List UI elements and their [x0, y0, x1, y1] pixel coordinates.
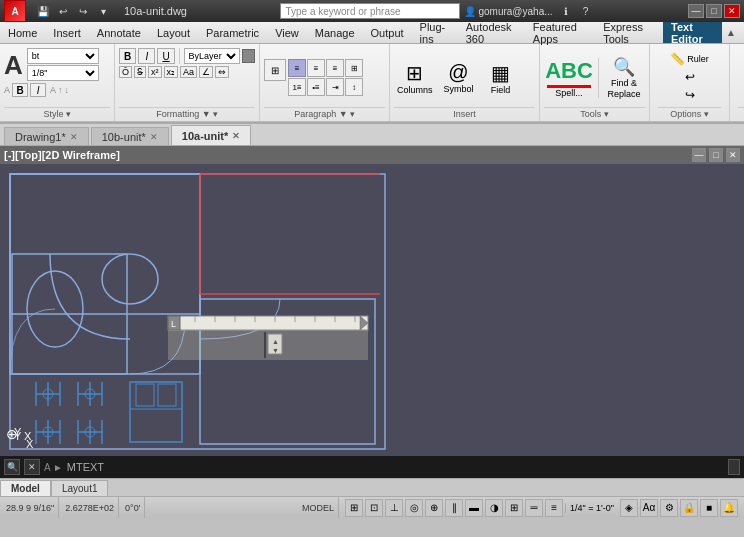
menu-featured[interactable]: Featured Apps	[525, 22, 595, 43]
close-tab-10b[interactable]: ✕	[150, 132, 158, 142]
fmt-tracking[interactable]: ⇔	[215, 66, 229, 78]
fmt-underline[interactable]: U	[157, 48, 174, 64]
hardware-icon[interactable]: ■	[700, 499, 718, 517]
menu-annotate[interactable]: Annotate	[89, 22, 149, 43]
viewport-restore[interactable]: □	[709, 148, 723, 162]
menu-texteditor[interactable]: Text Editor	[663, 22, 722, 43]
maximize-btn[interactable]: □	[706, 4, 722, 18]
ortho-icon[interactable]: ⊥	[385, 499, 403, 517]
qs-icon[interactable]: ≡	[545, 499, 563, 517]
distribute-btn[interactable]: ⊞	[345, 59, 363, 77]
qa-save[interactable]: 💾	[34, 2, 52, 20]
fmt-superscript[interactable]: x²	[148, 66, 162, 78]
style-selects: bt 1/8"	[27, 48, 99, 81]
numbering-btn[interactable]: 1≡	[288, 78, 306, 96]
lineweight-icon[interactable]: ▬	[465, 499, 483, 517]
snap-icon[interactable]: ⊞	[345, 499, 363, 517]
quick-access-bar: 💾 ↩ ↪ ▾	[30, 1, 116, 21]
close-btn[interactable]: ✕	[724, 4, 740, 18]
ruler-toggle[interactable]: 📏 Ruler	[670, 52, 709, 66]
color-select[interactable]: ByLayer	[184, 48, 240, 64]
qa-redo[interactable]: ↪	[74, 2, 92, 20]
fmt-overline[interactable]: Ō	[119, 66, 132, 78]
para-expand[interactable]: ▾	[350, 109, 355, 119]
close-tab-10a[interactable]: ✕	[232, 131, 240, 141]
bold-btn[interactable]: B	[12, 83, 28, 97]
viewport-close[interactable]: ✕	[726, 148, 740, 162]
cmd-scrollbar[interactable]	[728, 459, 740, 475]
search-bar[interactable]: Type a keyword or phrase	[280, 3, 460, 19]
undo-btn[interactable]: ↩	[685, 70, 695, 84]
cmd-search-btn[interactable]: 🔍	[4, 459, 20, 475]
menu-plugins[interactable]: Plug-ins	[412, 22, 458, 43]
menu-view[interactable]: View	[267, 22, 307, 43]
close-editor-btn[interactable]: ✕ Close	[737, 54, 744, 100]
menu-insert[interactable]: Insert	[45, 22, 89, 43]
style-expand[interactable]: ▾	[66, 109, 71, 119]
field-btn[interactable]: ▦ Field	[482, 58, 520, 98]
find-replace-btn[interactable]: 🔍 Find &Replace	[603, 53, 645, 103]
fmt-bold[interactable]: B	[119, 48, 136, 64]
menu-autodesk360[interactable]: Autodesk 360	[458, 22, 525, 43]
transparency-icon[interactable]: ◑	[485, 499, 503, 517]
menu-output[interactable]: Output	[363, 22, 412, 43]
linewidth-icon[interactable]: ═	[525, 499, 543, 517]
symbol-btn[interactable]: @ Symbol	[440, 58, 478, 97]
info-btn[interactable]: ℹ	[557, 2, 575, 20]
doc-tab-10a[interactable]: 10a-unit* ✕	[171, 125, 251, 145]
status-elevation: 2.6278E+02	[61, 497, 119, 518]
close-tab-drawing1[interactable]: ✕	[70, 132, 78, 142]
vp-scale-icon[interactable]: ◈	[620, 499, 638, 517]
color-swatch[interactable]	[242, 49, 255, 63]
bottom-status: 28.9 9 9/16" 2.6278E+02 0°0' MODEL ⊞ ⊡ ⊥…	[0, 496, 744, 518]
spacing-btn[interactable]: ↕	[345, 78, 363, 96]
qa-undo[interactable]: ↩	[54, 2, 72, 20]
fmt-italic[interactable]: I	[138, 48, 155, 64]
columns-btn[interactable]: ⊞ Columns	[394, 58, 436, 98]
redo-btn[interactable]: ↪	[685, 88, 695, 102]
minimize-btn[interactable]: —	[688, 4, 704, 18]
ribbon-group-formatting: B I U ByLayer Ō S̶ x² x₂ Aa ∠ ⇔	[115, 44, 260, 121]
doc-tab-10b[interactable]: 10b-unit* ✕	[91, 127, 169, 145]
qa-more[interactable]: ▾	[94, 2, 112, 20]
align-center-btn[interactable]: ≡	[307, 59, 325, 77]
otrack-icon[interactable]: ∥	[445, 499, 463, 517]
grid-icon[interactable]: ⊡	[365, 499, 383, 517]
help-btn[interactable]: ?	[577, 2, 595, 20]
svg-text:L: L	[171, 319, 176, 329]
menu-manage[interactable]: Manage	[307, 22, 363, 43]
dyn-icon[interactable]: ⊞	[505, 499, 523, 517]
workspace-icon[interactable]: ⚙	[660, 499, 678, 517]
text-style-row: A bt 1/8"	[4, 48, 110, 81]
ribbon-toggle[interactable]: ▲	[722, 24, 740, 42]
cmd-cancel-btn[interactable]: ✕	[24, 459, 40, 475]
fmt-strike[interactable]: S̶	[134, 66, 146, 78]
menu-parametric[interactable]: Parametric	[198, 22, 267, 43]
spell-btn[interactable]: ABC Spell...	[544, 55, 594, 101]
indent-btn[interactable]: ⇥	[326, 78, 344, 96]
cmd-command: MTEXT	[67, 461, 104, 473]
italic-btn[interactable]: I	[30, 83, 46, 97]
fmt-oblique[interactable]: ∠	[199, 66, 213, 78]
lock-icon[interactable]: 🔒	[680, 499, 698, 517]
bullets-btn[interactable]: •≡	[307, 78, 325, 96]
text-height-select[interactable]: 1/8"	[27, 65, 99, 81]
text-style-select[interactable]: bt	[27, 48, 99, 64]
justify-btn[interactable]: ⊞	[264, 59, 286, 81]
osnap-icon[interactable]: ⊕	[425, 499, 443, 517]
tab-model[interactable]: Model	[0, 480, 51, 496]
fmt-subscript[interactable]: x₂	[164, 66, 179, 78]
menu-express[interactable]: Express Tools	[595, 22, 663, 43]
annotation-icon[interactable]: Aα	[640, 499, 658, 517]
fmt-caps[interactable]: Aa	[180, 66, 197, 78]
viewport-minimize[interactable]: —	[692, 148, 706, 162]
doc-tab-drawing1[interactable]: Drawing1* ✕	[4, 127, 89, 145]
align-left-btn[interactable]: ≡	[288, 59, 306, 77]
tab-layout1[interactable]: Layout1	[51, 480, 109, 496]
align-right-btn[interactable]: ≡	[326, 59, 344, 77]
menu-home[interactable]: Home	[0, 22, 45, 43]
formatting-expand[interactable]: ▾	[213, 109, 218, 119]
polar-icon[interactable]: ◎	[405, 499, 423, 517]
notifications-icon[interactable]: 🔔	[720, 499, 738, 517]
menu-layout[interactable]: Layout	[149, 22, 198, 43]
